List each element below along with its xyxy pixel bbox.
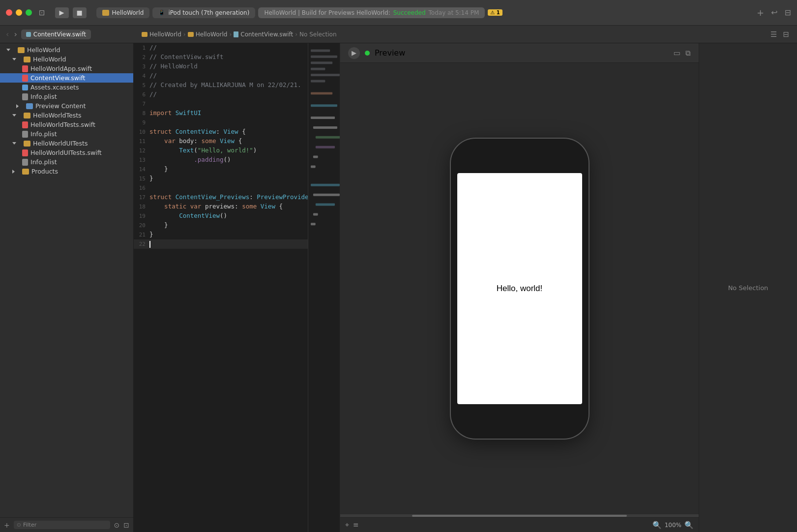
inspector-toggle-icon[interactable]: ⊟ [783, 30, 789, 39]
titlebar: ⊡ ▶ ■ HelloWorld 📱 iPod touch (7th gener… [0, 0, 797, 26]
filter-icon: ⊙ [17, 522, 21, 528]
svg-rect-17 [313, 213, 318, 215]
sidebar-item-helloworlduitests[interactable]: HelloWorldUITests [0, 139, 133, 148]
chevron-down-icon [12, 58, 16, 60]
preview-label: Preview [375, 48, 405, 58]
code-line-14: 14 } [134, 165, 308, 174]
inspector-panel: No Selection [699, 43, 797, 532]
svg-rect-11 [316, 146, 335, 148]
sidebar-item-contentview[interactable]: ContentView.swift [0, 73, 133, 83]
build-label: HelloWorld | Build for Previews HelloWor… [264, 9, 390, 16]
sidebar-item-helloworld-group[interactable]: HelloWorld [0, 55, 133, 64]
nav-fwd-btn[interactable]: › [12, 29, 19, 40]
svg-rect-4 [311, 74, 340, 76]
warning-badge[interactable]: ⚠ 1 [488, 9, 502, 16]
svg-rect-7 [311, 104, 337, 107]
toolbar-right-icons: ☰ ⊟ [770, 30, 793, 39]
chevron-right-icon [12, 170, 15, 174]
preview-toolbar: ▶ Preview ▭ ⧉ [340, 43, 699, 63]
code-line-16: 16 [134, 183, 308, 193]
editor-area: 1 // 2 // ContentView.swift 3 // HelloWo… [134, 43, 797, 532]
swift-file-icon [22, 121, 28, 128]
preview-footer-icons: ⌖ ≡ [345, 521, 359, 529]
svg-rect-3 [311, 68, 325, 70]
bc-sep-2: › [229, 31, 232, 38]
play-button[interactable]: ▶ [55, 7, 69, 18]
titlebar-controls: ▶ ■ [55, 7, 87, 18]
code-editor[interactable]: 1 // 2 // ContentView.swift 3 // HelloWo… [134, 43, 308, 532]
breadcrumb-no-selection: No Selection [299, 31, 336, 38]
svg-rect-6 [311, 92, 332, 94]
preview-scrollbar[interactable] [340, 514, 699, 517]
file-tab-label: ContentView.swift [33, 31, 86, 38]
breadcrumb-label-2: HelloWorld [196, 31, 228, 38]
sidebar-item-helloworldtests[interactable]: HelloWorldTests [0, 111, 133, 120]
stop-button[interactable]: ■ [73, 7, 87, 18]
sort-btn[interactable]: ⊙ [114, 521, 120, 529]
add-file-btn[interactable]: + [4, 521, 10, 529]
sidebar-item-helloworldtests-swift[interactable]: HelloWorldTests.swift [0, 120, 133, 129]
nav-back-btn[interactable]: ‹ [4, 29, 11, 40]
tab-device[interactable]: 📱 iPod touch (7th generation) [152, 7, 255, 18]
traffic-light-close[interactable] [6, 9, 12, 16]
pin-icon[interactable]: ⌖ [345, 521, 349, 529]
folder-icon [26, 103, 33, 109]
expand-icon[interactable]: ↩ [771, 8, 777, 17]
monitor-icon[interactable]: ▭ [674, 49, 680, 58]
breadcrumb-item-1[interactable]: HelloWorld [142, 31, 181, 38]
folder-icon [102, 10, 109, 16]
svg-rect-15 [313, 194, 340, 196]
sidebar-item-helloworld-root[interactable]: HelloWorld [0, 45, 133, 55]
folder-icon [18, 47, 25, 53]
sidebar-item-products[interactable]: Products [0, 167, 133, 176]
sidebar-item-preview-content[interactable]: Preview Content [0, 101, 133, 111]
zoom-out-icon[interactable]: 🔍 [652, 521, 662, 530]
code-line-19: 19 ContentView() [134, 211, 308, 221]
code-line-4: 4 // [134, 71, 308, 81]
sidebar-item-info-plist-2[interactable]: Info.plist [0, 129, 133, 139]
svg-rect-9 [313, 126, 337, 129]
code-line-21: 21 } [134, 230, 308, 239]
traffic-lights [6, 9, 32, 16]
tab-build-status[interactable]: HelloWorld | Build for Previews HelloWor… [258, 7, 485, 18]
zoom-controls: 🔍 100% 🔍 [652, 521, 694, 530]
tab-bar: HelloWorld 📱 iPod touch (7th generation)… [96, 7, 757, 18]
traffic-light-minimize[interactable] [16, 9, 22, 16]
sidebar-item-info-plist-1[interactable]: Info.plist [0, 92, 133, 101]
toolbar: ‹ › ContentView.swift HelloWorld › Hello… [0, 26, 797, 43]
copy-icon[interactable]: ⧉ [685, 49, 691, 58]
sidebar-item-helloworlduitests-swift[interactable]: HelloWorldUITests.swift [0, 148, 133, 157]
code-line-5: 5 // Created by MALLIKARJUNA M on 22/02/… [134, 81, 308, 90]
add-tab-icon[interactable]: + [757, 7, 764, 18]
preview-play-btn[interactable]: ▶ [348, 47, 360, 59]
sidebar-item-assets[interactable]: Assets.xcassets [0, 83, 133, 92]
svg-rect-5 [311, 80, 325, 83]
sidebar-label-helloworlduitests: HelloWorldUITests [33, 140, 88, 147]
main-area: HelloWorld HelloWorld HelloWorldApp.swif… [0, 43, 797, 532]
svg-rect-2 [311, 61, 332, 64]
tab-helloworld[interactable]: HelloWorld [96, 7, 150, 18]
plist-file-icon [22, 93, 28, 100]
breadcrumb-item-2[interactable]: HelloWorld [188, 31, 228, 38]
iphone-screen: Hello, world! [457, 173, 582, 404]
code-line-11: 11 var body: some View { [134, 137, 308, 146]
preview-live-dot [365, 51, 370, 56]
traffic-light-fullscreen[interactable] [26, 9, 32, 16]
file-tab[interactable]: ContentView.swift [21, 30, 91, 39]
breadcrumb-item-3[interactable]: ContentView.swift [234, 31, 293, 38]
filter-label: Filter [23, 522, 36, 528]
sidebar-toggle-icon[interactable]: ⊡ [39, 8, 45, 17]
more-options-btn[interactable]: ⊡ [123, 521, 129, 529]
file-tab-icon [26, 32, 31, 37]
preview-footer: ⌖ ≡ 🔍 100% 🔍 [340, 517, 699, 532]
list-icon[interactable]: ≡ [353, 521, 359, 529]
sidebar-item-helloworldapp[interactable]: HelloWorldApp.swift [0, 64, 133, 73]
preview-scrollbar-thumb[interactable] [412, 515, 627, 517]
editor-options-icon[interactable]: ☰ [770, 30, 777, 39]
layout-icon[interactable]: ⊟ [785, 8, 791, 17]
zoom-in-icon[interactable]: 🔍 [684, 521, 694, 530]
sidebar-label-contentview: ContentView.swift [30, 74, 86, 82]
sidebar-item-info-plist-3[interactable]: Info.plist [0, 157, 133, 167]
preview-panel: ▶ Preview ▭ ⧉ Hello, world! [340, 43, 699, 532]
sidebar-label-preview-content: Preview Content [35, 102, 86, 110]
